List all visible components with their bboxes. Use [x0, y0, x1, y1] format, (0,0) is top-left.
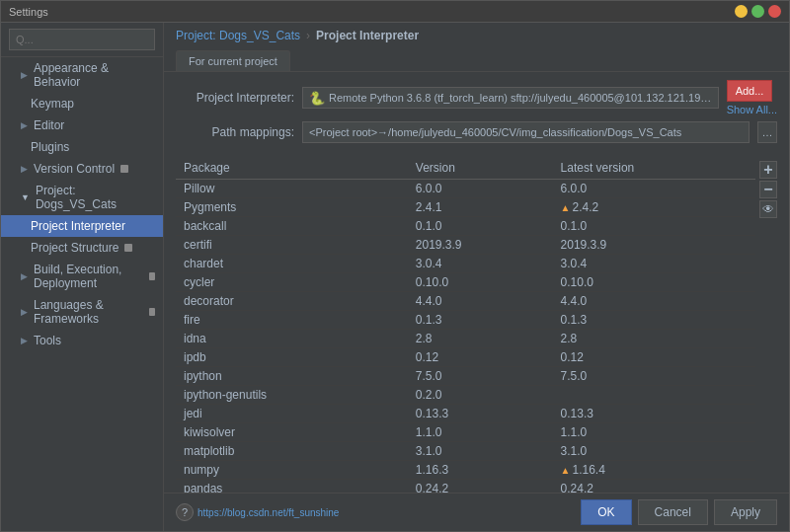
package-version: 3.1.0 — [408, 442, 553, 461]
view-package-button[interactable]: 👁 — [759, 200, 777, 218]
path-browse-button[interactable]: … — [757, 121, 777, 143]
breadcrumb-separator: › — [306, 29, 310, 42]
package-name: Pillow — [176, 180, 408, 198]
table-container[interactable]: Package Version Latest version Pillow6.0… — [176, 157, 755, 493]
package-version: 1.1.0 — [408, 423, 553, 442]
path-value[interactable]: <Project root>→/home/julyedu_460005/CV/i… — [302, 121, 750, 143]
table-row[interactable]: chardet3.0.43.0.4 — [176, 255, 755, 273]
table-row[interactable]: idna2.82.8 — [176, 330, 755, 348]
footer: ? https://blog.csdn.net/ft_sunshine OK C… — [164, 493, 789, 531]
table-row[interactable]: fire0.1.30.1.3 — [176, 311, 755, 330]
sidebar-item-version-control[interactable]: ▶Version Control — [1, 158, 163, 180]
sidebar-item-languages-frameworks[interactable]: ▶Languages & Frameworks — [1, 294, 163, 330]
package-version: 2.8 — [408, 330, 553, 348]
sidebar-item-label: Plugins — [31, 140, 69, 154]
table-row[interactable]: numpy1.16.3▲1.16.4 — [176, 461, 755, 480]
package-name: pandas — [176, 480, 408, 494]
window-controls — [735, 5, 781, 18]
table-row[interactable]: ipython-genutils0.2.0 — [176, 386, 755, 405]
add-interpreter-button[interactable]: Add... — [727, 80, 773, 102]
package-latest: 0.10.0 — [553, 273, 755, 292]
package-latest: 4.4.0 — [553, 292, 755, 311]
sidebar-item-keymap[interactable]: Keymap — [1, 93, 163, 114]
sidebar-item-build-execution-deployment[interactable]: ▶Build, Execution, Deployment — [1, 259, 163, 294]
sidebar-item-label: Project Structure — [31, 241, 118, 255]
sidebar-item-label: Keymap — [31, 97, 74, 111]
sidebar-item-label: Build, Execution, Deployment — [34, 263, 143, 290]
table-row[interactable]: matplotlib3.1.03.1.0 — [176, 442, 755, 461]
minimize-button[interactable] — [735, 5, 748, 18]
sidebar-item-label: Appearance & Behavior — [34, 61, 155, 89]
tab-current-project[interactable]: For current project — [176, 50, 290, 71]
package-name: ipython-genutils — [176, 386, 408, 405]
package-version: 7.5.0 — [408, 367, 553, 386]
sidebar-item-label: Editor — [34, 118, 64, 132]
package-version: 4.4.0 — [408, 292, 553, 311]
table-row[interactable]: certifi2019.3.92019.3.9 — [176, 236, 755, 255]
package-version: 0.12 — [408, 348, 553, 367]
package-name: cycler — [176, 273, 408, 292]
package-latest: 0.24.2 — [553, 480, 755, 494]
add-show-col: Add... Show All... — [727, 80, 777, 115]
show-all-button[interactable]: Show All... — [727, 104, 777, 115]
add-package-button[interactable]: + — [759, 161, 777, 179]
col-latest-header: Latest version — [553, 157, 755, 180]
sidebar-item-plugins[interactable]: Plugins — [1, 136, 163, 158]
package-version: 3.0.4 — [408, 255, 553, 273]
sidebar-item-label: Version Control — [34, 162, 115, 176]
package-latest: 2019.3.9 — [553, 236, 755, 255]
table-row[interactable]: pandas0.24.20.24.2 — [176, 480, 755, 494]
package-latest: 2.8 — [553, 330, 755, 348]
search-input[interactable] — [9, 29, 155, 50]
package-version: 2019.3.9 — [408, 236, 553, 255]
content-header: Project: Dogs_VS_Cats › Project Interpre… — [164, 23, 789, 72]
tab-bar: For current project — [176, 50, 777, 71]
packages-body: Pillow6.0.06.0.0Pygments2.4.1▲2.4.2backc… — [176, 180, 755, 494]
apply-button[interactable]: Apply — [714, 499, 777, 525]
sidebar-item-project-dogs-vs-cats[interactable]: ▼Project: Dogs_VS_Cats — [1, 180, 163, 215]
search-box — [1, 23, 163, 57]
close-button[interactable] — [768, 5, 781, 18]
table-row[interactable]: cycler0.10.00.10.0 — [176, 273, 755, 292]
table-side-buttons: + − 👁 — [755, 157, 777, 493]
sidebar-item-appearance[interactable]: ▶Appearance & Behavior — [1, 57, 163, 93]
sidebar-item-label: Tools — [34, 334, 61, 347]
package-latest: ▲2.4.2 — [553, 198, 755, 217]
sidebar-item-editor[interactable]: ▶Editor — [1, 114, 163, 136]
remove-package-button[interactable]: − — [759, 181, 777, 198]
table-row[interactable]: decorator4.4.04.4.0 — [176, 292, 755, 311]
table-row[interactable]: Pillow6.0.06.0.0 — [176, 180, 755, 198]
footer-left: ? https://blog.csdn.net/ft_sunshine — [176, 503, 339, 521]
package-name: ipython — [176, 367, 408, 386]
form-section: Project Interpreter: 🐍 Remote Python 3.6… — [164, 72, 789, 157]
main-area: ▶Appearance & BehaviorKeymap▶EditorPlugi… — [1, 23, 789, 531]
sidebar-item-tools[interactable]: ▶Tools — [1, 330, 163, 351]
table-row[interactable]: ipython7.5.07.5.0 — [176, 367, 755, 386]
breadcrumb-project[interactable]: Project: Dogs_VS_Cats — [176, 29, 300, 42]
sidebar-item-label: Languages & Frameworks — [34, 298, 143, 326]
sidebar-item-project-structure[interactable]: Project Structure — [1, 237, 163, 259]
table-row[interactable]: ipdb0.120.12 — [176, 348, 755, 367]
sidebar-item-label: Project: Dogs_VS_Cats — [36, 184, 155, 211]
ok-button[interactable]: OK — [581, 499, 631, 525]
table-row[interactable]: jedi0.13.30.13.3 — [176, 405, 755, 423]
help-button[interactable]: ? — [176, 503, 194, 521]
package-name: certifi — [176, 236, 408, 255]
package-latest: 3.1.0 — [553, 442, 755, 461]
settings-window: Settings ▶Appearance & BehaviorKeymap▶Ed… — [0, 0, 790, 532]
sidebar-item-project-interpreter[interactable]: Project Interpreter — [1, 215, 163, 237]
breadcrumb: Project: Dogs_VS_Cats › Project Interpre… — [176, 29, 777, 42]
maximize-button[interactable] — [751, 5, 764, 18]
footer-right: OK Cancel Apply — [581, 499, 777, 525]
interpreter-path: Remote Python 3.6.8 (tf_torch_learn) sft… — [329, 92, 712, 104]
table-row[interactable]: kiwisolver1.1.01.1.0 — [176, 423, 755, 442]
package-version: 0.13.3 — [408, 405, 553, 423]
cancel-button[interactable]: Cancel — [638, 499, 708, 525]
sidebar: ▶Appearance & BehaviorKeymap▶EditorPlugi… — [1, 23, 164, 531]
table-row[interactable]: backcall0.1.00.1.0 — [176, 217, 755, 236]
table-row[interactable]: Pygments2.4.1▲2.4.2 — [176, 198, 755, 217]
package-name: kiwisolver — [176, 423, 408, 442]
package-version: 2.4.1 — [408, 198, 553, 217]
python-icon: 🐍 — [309, 91, 325, 106]
package-version: 1.16.3 — [408, 461, 553, 480]
